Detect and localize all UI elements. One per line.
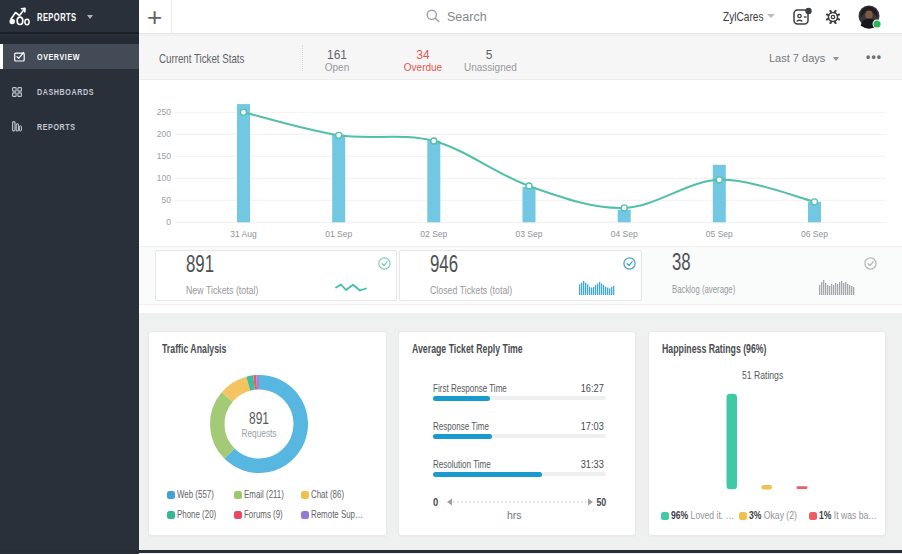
svg-text:04 Sep: 04 Sep <box>611 229 638 239</box>
svg-text:31 Aug: 31 Aug <box>230 229 257 239</box>
svg-text:03 Sep: 03 Sep <box>516 229 543 239</box>
svg-text:0: 0 <box>166 217 171 227</box>
svg-text:02 Sep: 02 Sep <box>420 229 447 239</box>
svg-text:250: 250 <box>157 107 171 117</box>
svg-text:Requests: Requests <box>242 427 277 439</box>
svg-text:100: 100 <box>157 173 171 183</box>
svg-text:06 Sep: 06 Sep <box>801 229 828 239</box>
svg-text:50: 50 <box>162 195 172 205</box>
svg-text:05 Sep: 05 Sep <box>706 229 733 239</box>
svg-text:150: 150 <box>157 151 171 161</box>
svg-text:891: 891 <box>249 409 269 427</box>
svg-text:200: 200 <box>157 129 171 139</box>
svg-text:01 Sep: 01 Sep <box>325 229 352 239</box>
